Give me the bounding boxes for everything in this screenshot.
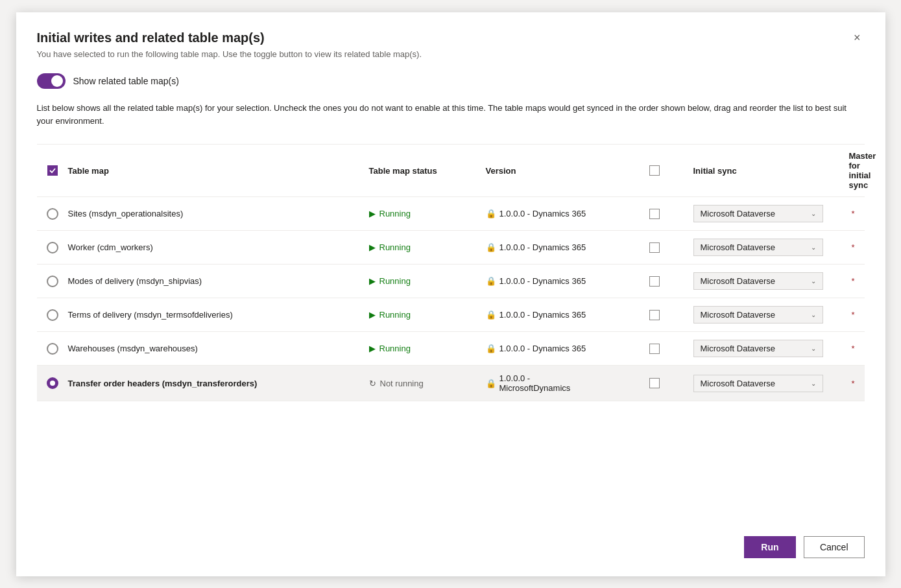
initial-sync-checkbox-modes[interactable] (649, 276, 660, 287)
col-header-status: Table map status (369, 166, 486, 176)
master-dropdown-transfer[interactable]: Microsoft Dataverse ⌄ (693, 375, 823, 392)
col-header-master: Master for initial sync (849, 151, 865, 190)
col-header-initial-sync-check (616, 165, 693, 176)
play-icon: ▶ (369, 344, 376, 353)
play-icon: ▶ (369, 276, 376, 286)
chevron-down-icon: ⌄ (811, 380, 816, 387)
row-version-modes: 🔒 1.0.0.0 - Dynamics 365 (486, 276, 616, 286)
col-header-table-map: Table map (68, 166, 369, 176)
row-status-modes: ▶ Running (369, 276, 486, 286)
toggle-switch[interactable] (37, 73, 66, 89)
row-radio-terms[interactable] (47, 309, 58, 321)
row-version-terms: 🔒 1.0.0.0 - Dynamics 365 (486, 310, 616, 320)
dialog-title: Initial writes and related table map(s) (37, 30, 265, 45)
dialog-header: Initial writes and related table map(s) … (37, 30, 865, 45)
row-initial-sync-worker[interactable] (616, 242, 693, 253)
required-indicator: * (852, 310, 855, 320)
row-name-warehouses: Warehouses (msdyn_warehouses) (68, 344, 369, 353)
table-row: Warehouses (msdyn_warehouses) ▶ Running … (37, 332, 865, 366)
row-status-worker: ▶ Running (369, 242, 486, 252)
play-icon: ▶ (369, 310, 376, 320)
dialog-subtitle: You have selected to run the following t… (37, 49, 865, 59)
description-text: List below shows all the related table m… (37, 102, 865, 129)
master-dropdown-terms[interactable]: Microsoft Dataverse ⌄ (693, 306, 823, 323)
row-version-warehouses: 🔒 1.0.0.0 - Dynamics 365 (486, 344, 616, 353)
row-status-transfer: ↻ Not running (369, 379, 486, 388)
close-button[interactable]: × (850, 30, 865, 45)
row-initial-sync-warehouses[interactable] (616, 344, 693, 354)
row-name-sites: Sites (msdyn_operationalsites) (68, 209, 369, 218)
initial-sync-checkbox-worker[interactable] (649, 242, 660, 253)
master-dropdown-worker[interactable]: Microsoft Dataverse ⌄ (693, 239, 823, 256)
master-dropdown-warehouses[interactable]: Microsoft Dataverse ⌄ (693, 340, 823, 357)
toggle-thumb (51, 75, 63, 87)
lock-icon: 🔒 (486, 242, 496, 252)
cancel-button[interactable]: Cancel (804, 536, 865, 558)
row-name-worker: Worker (cdm_workers) (68, 242, 369, 252)
toggle-label: Show related table map(s) (73, 76, 179, 86)
table-row: Worker (cdm_workers) ▶ Running 🔒 1.0.0.0… (37, 231, 865, 265)
required-indicator: * (852, 379, 855, 388)
table-row: Terms of delivery (msdyn_termsofdeliveri… (37, 298, 865, 332)
table-header-row: Table map Table map status Version Initi… (37, 145, 865, 197)
row-initial-sync-transfer[interactable] (616, 378, 693, 388)
row-radio-transfer[interactable] (47, 377, 58, 389)
header-select-all[interactable] (37, 165, 68, 176)
col-header-initial-sync: Initial sync (693, 166, 849, 176)
initial-sync-checkbox-sites[interactable] (649, 209, 660, 219)
required-indicator: * (852, 242, 855, 252)
row-name-modes: Modes of delivery (msdyn_shipvias) (68, 276, 369, 286)
row-initial-sync-sites[interactable] (616, 209, 693, 219)
row-radio-modes[interactable] (47, 276, 58, 287)
initial-sync-checkbox-terms[interactable] (649, 310, 660, 320)
required-indicator: * (852, 344, 855, 353)
play-icon: ▶ (369, 242, 376, 252)
dialog: Initial writes and related table map(s) … (16, 12, 885, 576)
master-dropdown-modes[interactable]: Microsoft Dataverse ⌄ (693, 272, 823, 290)
table-row: Sites (msdyn_operationalsites) ▶ Running… (37, 197, 865, 231)
row-version-worker: 🔒 1.0.0.0 - Dynamics 365 (486, 242, 616, 252)
row-status-sites: ▶ Running (369, 209, 486, 218)
refresh-icon: ↻ (369, 379, 376, 388)
toggle-row: Show related table map(s) (37, 73, 865, 89)
toggle-track (37, 73, 66, 89)
row-initial-sync-terms[interactable] (616, 310, 693, 320)
table-container: Table map Table map status Version Initi… (37, 144, 865, 520)
row-version-transfer: 🔒 1.0.0.0 -MicrosoftDynamics (486, 373, 616, 393)
chevron-down-icon: ⌄ (811, 277, 816, 285)
row-name-transfer: Transfer order headers (msdyn_transferor… (68, 379, 369, 388)
run-button[interactable]: Run (744, 536, 796, 558)
master-dropdown-sites[interactable]: Microsoft Dataverse ⌄ (693, 205, 823, 222)
row-initial-sync-modes[interactable] (616, 276, 693, 287)
row-radio-warehouses[interactable] (47, 343, 58, 355)
row-radio-sites[interactable] (47, 208, 58, 220)
initial-sync-checkbox-warehouses[interactable] (649, 344, 660, 354)
table-row: Modes of delivery (msdyn_shipvias) ▶ Run… (37, 265, 865, 298)
play-icon: ▶ (369, 209, 376, 218)
select-all-checkbox[interactable] (47, 165, 58, 176)
row-name-terms: Terms of delivery (msdyn_termsofdeliveri… (68, 310, 369, 320)
required-indicator: * (852, 209, 855, 218)
col-header-version: Version (486, 166, 616, 176)
lock-icon: 🔒 (486, 209, 496, 218)
required-indicator: * (852, 276, 855, 286)
chevron-down-icon: ⌄ (811, 210, 816, 217)
lock-icon: 🔒 (486, 276, 496, 286)
lock-icon: 🔒 (486, 310, 496, 320)
lock-icon: 🔒 (486, 344, 496, 353)
row-status-terms: ▶ Running (369, 310, 486, 320)
initial-sync-checkbox-transfer[interactable] (649, 378, 660, 388)
table-row: Transfer order headers (msdyn_transferor… (37, 366, 865, 401)
row-status-warehouses: ▶ Running (369, 344, 486, 353)
dialog-footer: Run Cancel (37, 521, 865, 558)
row-version-sites: 🔒 1.0.0.0 - Dynamics 365 (486, 209, 616, 218)
header-initial-sync-checkbox[interactable] (649, 165, 660, 176)
chevron-down-icon: ⌄ (811, 244, 816, 251)
row-radio-worker[interactable] (47, 242, 58, 253)
lock-icon: 🔒 (486, 379, 496, 388)
chevron-down-icon: ⌄ (811, 311, 816, 318)
chevron-down-icon: ⌄ (811, 345, 816, 352)
